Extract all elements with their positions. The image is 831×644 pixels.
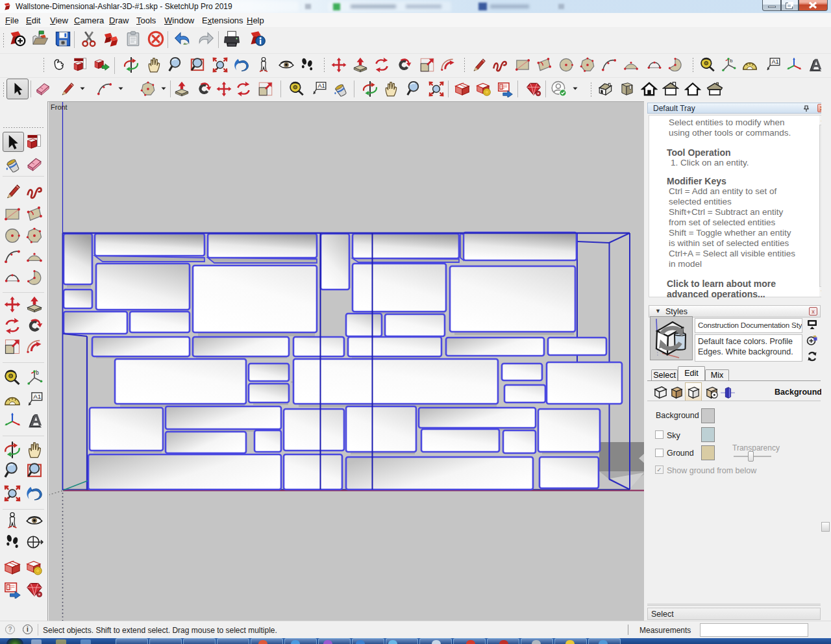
svg-text:Front: Front [51,103,68,111]
